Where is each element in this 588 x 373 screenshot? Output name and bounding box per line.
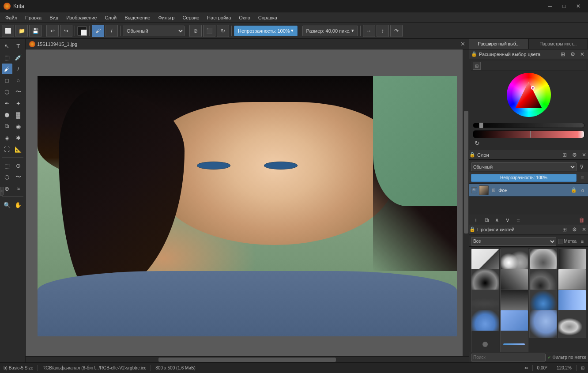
brushes-float-btn[interactable]: ⊞ — [561, 226, 569, 234]
save-button[interactable]: 💾 — [29, 25, 41, 37]
vertical-scrollbar[interactable] — [463, 49, 469, 356]
brush-item-16[interactable] — [558, 310, 586, 338]
blend-mode-select[interactable]: Обычный Умножение Экран — [123, 26, 185, 36]
freehand-tool[interactable]: 〜 — [13, 87, 24, 97]
brushes-settings-btn[interactable]: ⚙ — [570, 226, 578, 234]
rect-tool[interactable]: □ — [2, 75, 12, 86]
ellipse-tool[interactable]: ○ — [13, 75, 24, 86]
gradient-tool[interactable]: ▓ — [13, 109, 24, 120]
tab-close-button[interactable]: ✕ — [460, 41, 465, 47]
v-scroll-thumb[interactable] — [464, 111, 468, 234]
color-gradient-track[interactable] — [473, 130, 584, 138]
opacity-control[interactable]: Непрозрачность: 100% ▾ — [234, 26, 298, 36]
layers-filter-btn[interactable]: ⊽ — [577, 162, 586, 171]
color-panel-float-btn[interactable]: ⊞ — [559, 50, 567, 58]
ellipse-select-tool[interactable]: ⊙ — [13, 160, 24, 171]
calligraphy-tool[interactable]: ✒ — [2, 98, 12, 109]
layer-alpha-lock-btn[interactable]: 🔒 — [570, 187, 577, 194]
rotate-btn[interactable]: ↷ — [390, 25, 403, 37]
poly-select-tool[interactable]: ⬡ — [2, 172, 12, 182]
wrap-btn[interactable]: ↻ — [217, 25, 229, 37]
flip-h-btn[interactable]: ↔ — [363, 25, 375, 37]
pan-tool[interactable]: ✋ — [13, 200, 24, 210]
eyedropper-tool[interactable]: 💉 — [13, 52, 24, 63]
crop-tool[interactable]: ⬚ — [2, 52, 12, 63]
line-tool[interactable]: / — [106, 25, 118, 37]
v-scroll-track[interactable] — [463, 49, 469, 356]
h-scroll-track[interactable] — [26, 357, 469, 362]
edge-arrow[interactable]: ◁ — [0, 187, 4, 196]
close-button[interactable]: ✕ — [572, 2, 584, 11]
menu-service[interactable]: Сервис — [179, 14, 203, 21]
copy-layer-btn[interactable]: ⧉ — [482, 216, 491, 225]
fill-tool[interactable]: ⬢ — [2, 109, 12, 120]
brush-search-input[interactable] — [471, 354, 546, 362]
menu-filter[interactable]: Фильтр — [155, 14, 178, 21]
brush-tool-active[interactable]: 🖌 — [92, 25, 104, 37]
screen-status[interactable]: ⊞ — [581, 365, 584, 370]
color-panel-close-btn[interactable]: ✕ — [578, 50, 586, 58]
layer-alpha-btn[interactable]: α — [579, 187, 586, 194]
polygon-tool[interactable]: ⬡ — [2, 87, 12, 97]
freehand-select-tool[interactable]: 〜 — [13, 172, 24, 182]
menu-layer[interactable]: Слой — [101, 14, 120, 21]
preserve-alpha-btn[interactable]: ⬛ — [203, 25, 215, 37]
line-draw-tool[interactable]: / — [13, 64, 24, 74]
measure-tool[interactable]: 📐 — [13, 144, 24, 154]
undo-button[interactable]: ↩ — [46, 25, 59, 37]
rect-select-tool[interactable]: ⬚ — [2, 160, 12, 171]
menu-help[interactable]: Справка — [255, 14, 281, 21]
select-tool[interactable]: ↖ — [2, 41, 12, 51]
filter-brush[interactable]: ✱ — [13, 132, 24, 143]
menu-select[interactable]: Выделение — [121, 14, 154, 21]
layers-close-btn[interactable]: ✕ — [580, 151, 588, 159]
brush-tool[interactable]: 🖌 — [2, 64, 12, 74]
color-fg[interactable] — [77, 26, 87, 36]
canvas-background[interactable] — [26, 49, 469, 362]
menu-edit[interactable]: Правка — [22, 14, 45, 21]
size-control[interactable]: Размер: 40,00 пикс. ▾ — [302, 26, 358, 36]
layer-opacity-bar[interactable]: Непрозрачность: 100% — [471, 174, 577, 182]
menu-file[interactable]: Файл — [2, 14, 21, 21]
clone-tool[interactable]: ⧉ — [2, 121, 12, 132]
layers-float-btn[interactable]: ⊞ — [561, 151, 569, 159]
dark-slider-track[interactable] — [473, 123, 584, 128]
tab-tool-params[interactable]: Параметры инст... — [529, 39, 588, 49]
flip-v-btn[interactable]: ↕ — [377, 25, 389, 37]
h-scroll-thumb[interactable] — [158, 358, 336, 362]
new-button[interactable]: ⬜ — [2, 25, 14, 37]
eraser-btn[interactable]: ⊘ — [189, 25, 202, 37]
filter-checkbox-group[interactable]: ✓ Фильтр по метке — [547, 354, 586, 360]
layer-visibility-toggle[interactable]: 👁 — [471, 187, 477, 193]
brush-item-18[interactable] — [500, 331, 528, 352]
layer-down-btn[interactable]: ∨ — [503, 216, 513, 225]
redo-button[interactable]: ↪ — [60, 25, 72, 37]
brush-tag-btn[interactable]: Метка — [558, 239, 577, 244]
tab-advanced-color[interactable]: Расширенный выб... — [469, 39, 529, 49]
layers-settings-btn[interactable]: ⚙ — [570, 151, 578, 159]
refresh-color-btn[interactable]: ↻ — [473, 139, 482, 147]
brushes-close-btn[interactable]: ✕ — [580, 226, 588, 234]
layer-blend-mode-select[interactable]: Обычный — [471, 162, 577, 171]
similar-select-tool[interactable]: ≈ — [13, 183, 24, 194]
dark-slider-thumb[interactable] — [479, 122, 483, 128]
layer-merge-btn[interactable]: ≡ — [513, 216, 523, 225]
layer-row-1[interactable]: 👁 ⊞ Фон 🔒 α — [469, 184, 588, 197]
open-button[interactable]: 📁 — [15, 25, 28, 37]
add-layer-btn[interactable]: + — [471, 216, 481, 225]
minimize-button[interactable]: ─ — [544, 2, 556, 11]
menu-view[interactable]: Вид — [46, 14, 62, 21]
transform-tool[interactable]: ⛶ — [2, 144, 12, 154]
color-panel-settings-btn[interactable]: ⚙ — [569, 50, 577, 58]
delete-layer-btn[interactable]: 🗑 — [577, 216, 586, 225]
menu-settings[interactable]: Настройка — [204, 14, 234, 21]
menu-image[interactable]: Изображение — [63, 14, 100, 21]
canvas-image[interactable] — [38, 76, 457, 336]
tag-checkbox[interactable] — [558, 239, 563, 244]
layer-up-btn[interactable]: ∧ — [492, 216, 502, 225]
brush-list-toggle[interactable]: ≡ — [578, 237, 586, 245]
smart-patch-tool[interactable]: ✦ — [13, 98, 24, 109]
maximize-button[interactable]: □ — [558, 2, 570, 11]
brush-item-15[interactable] — [529, 310, 558, 338]
menu-window[interactable]: Окно — [235, 14, 254, 21]
